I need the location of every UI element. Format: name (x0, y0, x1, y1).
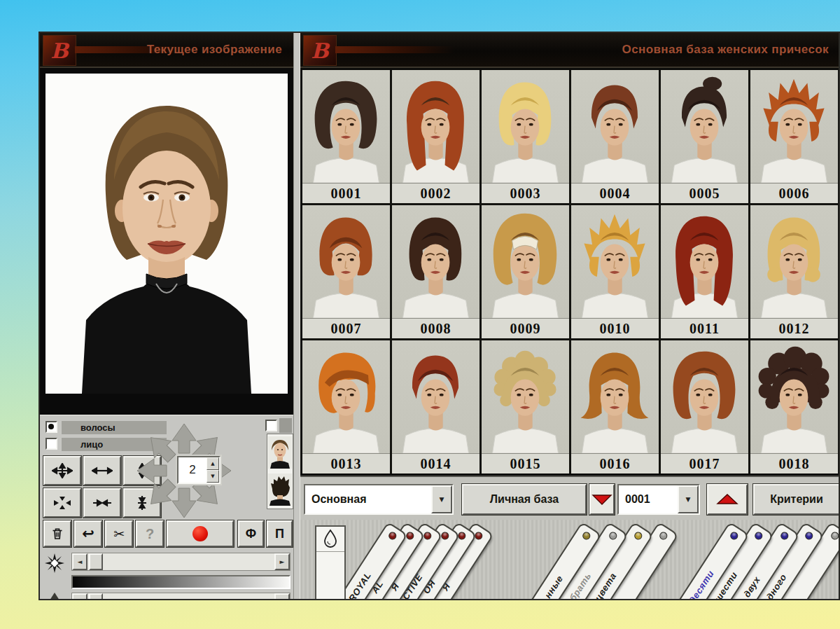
print-mode-button[interactable]: П (267, 520, 293, 547)
criteria-button[interactable]: Критерии (753, 484, 840, 515)
hairstyle-number: 0014 (392, 453, 479, 474)
hairstyle-cell-0002[interactable]: 0002 (392, 70, 479, 203)
hair-preview-thumbnail[interactable] (268, 474, 292, 506)
tab-color-dot (633, 530, 643, 541)
scrollbar-thumb[interactable] (89, 593, 103, 600)
hairstyle-cell-0011[interactable]: 0011 (661, 205, 748, 338)
hairstyle-number: 0003 (482, 183, 569, 203)
style-number-select[interactable]: 0001 ▼ (617, 484, 700, 515)
base-select[interactable]: Основная ▼ (304, 484, 454, 515)
hairstyle-number: 0001 (302, 183, 390, 203)
corner-decoration (279, 418, 292, 433)
paint-tool-strip[interactable] (315, 525, 346, 600)
hairstyle-cell-0008[interactable]: 0008 (392, 205, 479, 338)
spinner-up-button[interactable]: ▲ (206, 457, 219, 470)
layer-checkbox-hair[interactable] (46, 421, 57, 433)
hairstyle-cell-0004[interactable]: 0004 (571, 70, 659, 203)
red-arrow-up-icon (715, 492, 739, 506)
hairstyle-thumbnail (302, 205, 390, 318)
brightness-scrollbar[interactable]: ◄ ► (71, 553, 290, 571)
shrink-all-button[interactable] (43, 488, 81, 518)
right-panel-title: Основная база женских причесок (622, 33, 829, 67)
face-preview-thumbnail[interactable] (268, 436, 292, 469)
hairstyle-cell-0001[interactable]: 0001 (302, 70, 390, 203)
hairstyle-thumbnail (661, 340, 748, 453)
hairstyle-cell-0017[interactable]: 0017 (661, 340, 748, 474)
hairstyle-number: 0010 (571, 318, 659, 338)
hairstyle-number: 0005 (661, 183, 748, 203)
prev-style-button[interactable] (589, 484, 615, 515)
style-number-value: 0001 (619, 485, 678, 513)
hairstyle-cell-0018[interactable]: 0018 (750, 340, 838, 474)
control-panel: волосы лицо (40, 415, 293, 600)
record-button[interactable] (167, 520, 234, 547)
hairstyle-cell-0003[interactable]: 0003 (482, 70, 569, 203)
delete-button[interactable] (43, 520, 71, 547)
hairstyle-thumbnail (482, 340, 569, 453)
next-style-button[interactable] (707, 484, 748, 515)
tab-color-dot (804, 530, 814, 541)
hairstyle-cell-0010[interactable]: 0010 (571, 205, 659, 338)
hairstyle-thumbnail (661, 70, 748, 183)
help-button[interactable]: ? (136, 520, 164, 547)
scroll-right-button[interactable]: ► (274, 553, 290, 570)
expand-all-button[interactable] (43, 456, 81, 485)
hairstyle-number: 0007 (302, 318, 390, 338)
hairstyle-grid: 0001 0002 0003 0004 (300, 68, 840, 476)
hairstyle-cell-0009[interactable]: 0009 (482, 205, 569, 338)
scroll-left-button[interactable]: ◄ (72, 593, 88, 600)
chevron-down-icon[interactable]: ▼ (678, 485, 699, 513)
tab-color-dot (440, 530, 450, 541)
app-window: В Текущее изображение В Основная база же… (38, 32, 840, 600)
photo-mode-button[interactable]: Ф (238, 520, 264, 547)
tone-gradient-bar[interactable] (71, 575, 290, 589)
step-size-spinner[interactable]: 2 ▲ ▼ (177, 456, 220, 484)
brightness-icon (44, 553, 65, 574)
scrollbar-thumb[interactable] (89, 553, 103, 570)
cut-button[interactable]: ✂ (105, 520, 133, 547)
panel-divider (293, 33, 300, 600)
layer-checkbox-face[interactable] (46, 438, 57, 450)
hairstyle-number: 0009 (482, 318, 569, 338)
preview-thumbnails (267, 434, 293, 509)
spinner-down-button[interactable]: ▼ (206, 470, 219, 483)
hairstyle-number: 0012 (750, 318, 838, 338)
hairstyle-cell-0012[interactable]: 0012 (750, 205, 838, 338)
hairstyle-cell-0005[interactable]: 0005 (661, 70, 748, 203)
hairstyle-number: 0002 (392, 183, 479, 203)
checkbox-dot (48, 424, 54, 429)
hairstyle-cell-0016[interactable]: 0016 (571, 340, 659, 474)
tab-color-dot (753, 530, 764, 541)
titlebar-streak (335, 46, 454, 53)
scrollbar-track[interactable] (88, 553, 274, 570)
current-image-frame (40, 68, 293, 415)
tab-color-dot (729, 530, 739, 541)
tab-color-dot (658, 530, 668, 541)
corner-checkbox[interactable] (265, 420, 277, 431)
hairstyle-cell-0013[interactable]: 0013 (302, 340, 390, 474)
contrast-scrollbar[interactable]: ◄ ► (71, 593, 290, 600)
hairstyle-cell-0007[interactable]: 0007 (302, 205, 390, 338)
tab-color-dot (422, 530, 433, 541)
expand-horizontal-button[interactable] (83, 456, 121, 485)
hairstyle-thumbnail (302, 340, 390, 453)
hairstyle-number: 0018 (750, 453, 838, 474)
hairstyle-cell-0014[interactable]: 0014 (392, 340, 479, 474)
undo-button[interactable]: ↩ (74, 520, 102, 547)
scroll-left-button[interactable]: ◄ (72, 553, 88, 570)
base-select-value: Основная (305, 485, 431, 513)
tab-color-dot (387, 530, 398, 541)
scrollbar-track[interactable] (88, 593, 274, 600)
logo-letter: В (50, 39, 68, 63)
left-panel-titlebar: В Текущее изображение (40, 33, 293, 68)
hairstyle-cell-0006[interactable]: 0006 (750, 70, 838, 203)
strip-divider (316, 551, 344, 552)
red-arrow-down-icon (592, 492, 612, 506)
personal-base-button[interactable]: Личная база (462, 484, 587, 515)
scroll-right-button[interactable]: ► (274, 593, 290, 600)
chevron-down-icon[interactable]: ▼ (431, 485, 452, 513)
logo-letter: В (311, 39, 328, 63)
shrink-horizontal-button[interactable] (83, 488, 121, 518)
hairstyle-thumbnail (750, 205, 838, 318)
hairstyle-cell-0015[interactable]: 0015 (482, 340, 569, 474)
